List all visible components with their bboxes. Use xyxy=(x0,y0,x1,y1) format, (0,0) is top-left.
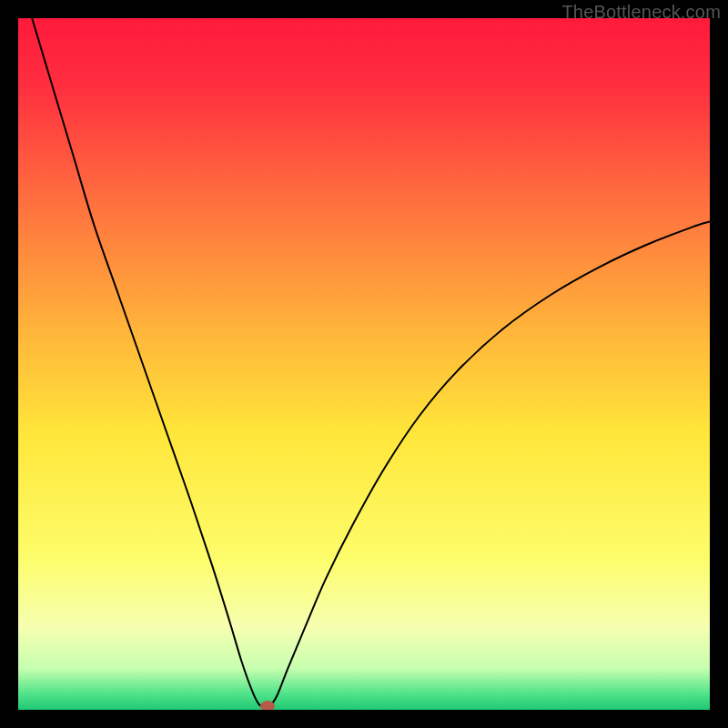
bottleneck-curve xyxy=(18,18,710,710)
optimal-point-marker xyxy=(260,701,275,710)
watermark-text: TheBottleneck.com xyxy=(561,2,721,23)
chart-frame: TheBottleneck.com xyxy=(0,0,728,728)
chart-plot-area xyxy=(18,18,710,710)
